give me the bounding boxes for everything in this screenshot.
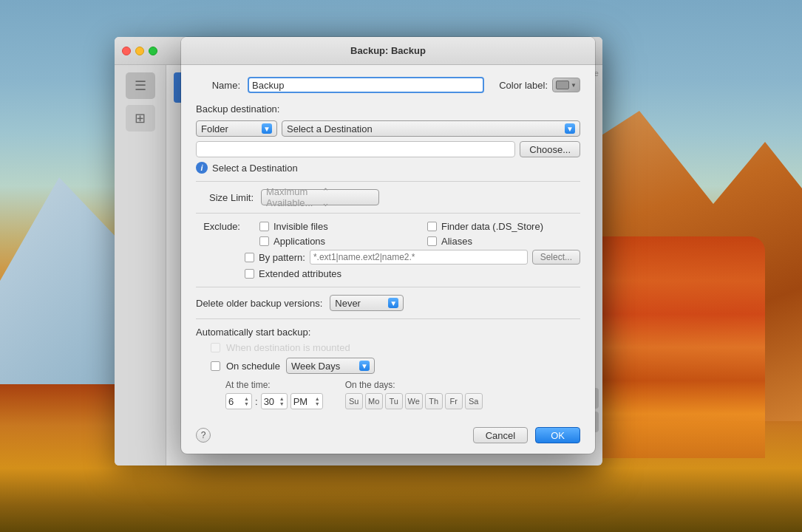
when-mounted-option: When destination is mounted (211, 342, 580, 353)
path-input[interactable] (196, 141, 515, 157)
size-limit-value: Maximum Available... (266, 186, 319, 208)
schedule-value: Week Days (291, 361, 356, 372)
close-btn-bg[interactable] (122, 47, 131, 55)
extended-attributes-row: Extended attributes (245, 268, 580, 279)
on-schedule-checkbox[interactable] (211, 361, 220, 371)
hour-arrows[interactable]: ▲▼ (244, 396, 249, 406)
schedule-dropdown[interactable]: Week Days ▼ (286, 358, 375, 374)
destination-row: Folder ▼ Select a Destination ▼ (196, 120, 580, 137)
day-su[interactable]: Su (345, 393, 363, 409)
aliases-checkbox[interactable] (427, 236, 437, 246)
path-row: Choose... (196, 141, 580, 157)
days-group: On the days: Su Mo Tu We Th Fr Sa (345, 380, 483, 409)
finder-checkbox[interactable] (427, 222, 437, 231)
minute-value: 30 (264, 396, 274, 407)
time-days-row: At the time: 6 ▲▼ : 30 ▲▼ (211, 380, 580, 409)
divider-3 (196, 287, 580, 287)
when-mounted-checkbox (211, 343, 220, 352)
exclude-checkbox-grid: Invisible files Finder data (.DS_Store) … (245, 221, 580, 247)
applications-checkbox[interactable] (259, 236, 269, 246)
divider-2 (196, 213, 580, 214)
bg-sidebar: ☰ ⊞ (115, 65, 166, 466)
sidebar-icon-list[interactable]: ☰ (126, 72, 155, 99)
on-schedule-label: On schedule (226, 361, 280, 372)
dialog-title: Backup: Backup (350, 45, 426, 56)
delete-older-row: Delete older backup versions: Never ▼ (196, 295, 580, 311)
dialog-body: Name: Color label: ▼ Backup destination:… (181, 65, 595, 420)
validation-text: Select a Destination (212, 163, 298, 174)
size-limit-label: Size Limit: (202, 192, 254, 203)
folder-select-arrow: ▼ (262, 123, 272, 134)
minute-spinner[interactable]: 30 ▲▼ (261, 393, 288, 409)
extended-attributes-checkbox[interactable] (245, 269, 254, 279)
hour-value: 6 (228, 396, 234, 407)
time-group: At the time: 6 ▲▼ : 30 ▲▼ (225, 380, 323, 409)
info-icon: i (196, 162, 208, 174)
days-buttons: Su Mo Tu We Th Fr Sa (345, 393, 483, 409)
day-fr[interactable]: Fr (445, 393, 463, 409)
info-icon-label: i (200, 163, 203, 172)
time-colon: : (255, 396, 258, 407)
when-mounted-label: When destination is mounted (226, 342, 350, 353)
folder-select[interactable]: Folder ▼ (196, 120, 277, 137)
day-th[interactable]: Th (425, 393, 443, 409)
day-we[interactable]: We (405, 393, 423, 409)
choose-button[interactable]: Choose... (520, 141, 580, 157)
dialog-footer: ? Cancel OK (181, 420, 595, 454)
time-inputs: 6 ▲▼ : 30 ▲▼ PM ▲▼ (225, 393, 323, 409)
pattern-checkbox[interactable] (245, 253, 254, 262)
exclude-finder-row: Finder data (.DS_Store) (427, 221, 580, 232)
day-tu[interactable]: Tu (385, 393, 403, 409)
help-icon: ? (201, 430, 206, 440)
minute-arrows[interactable]: ▲▼ (279, 396, 285, 406)
day-mo[interactable]: Mo (365, 393, 383, 409)
exclude-aliases-row: Aliases (427, 236, 580, 247)
size-dropdown-arrow: ⌃⌄ (322, 186, 374, 208)
finder-label: Finder data (.DS_Store) (441, 221, 543, 232)
ampm-arrows[interactable]: ▲▼ (315, 396, 320, 406)
sidebar-icon-grid[interactable]: ⊞ (126, 105, 155, 132)
on-days-label: On the days: (345, 380, 483, 390)
size-limit-dropdown[interactable]: Maximum Available... ⌃⌄ (261, 189, 379, 205)
select-files-button[interactable]: Select... (532, 250, 580, 265)
color-swatch (556, 81, 569, 89)
backup-destination-label: Backup destination: (196, 103, 580, 115)
delete-older-label: Delete older backup versions: (196, 298, 322, 309)
schedule-arrow: ▼ (359, 361, 370, 371)
name-input[interactable] (248, 77, 484, 93)
ok-button[interactable]: OK (535, 427, 580, 443)
exclude-label: Exclude: (196, 221, 240, 232)
delete-older-arrow: ▼ (388, 298, 398, 308)
by-pattern-label: By pattern: (259, 252, 305, 263)
delete-older-value: Never (335, 298, 385, 309)
size-limit-row: Size Limit: Maximum Available... ⌃⌄ (196, 189, 580, 205)
color-dropdown-arrow: ▼ (571, 82, 577, 89)
color-selector[interactable]: ▼ (552, 78, 580, 92)
aliases-label: Aliases (441, 236, 472, 247)
divider-4 (196, 318, 580, 319)
delete-older-dropdown[interactable]: Never ▼ (330, 295, 404, 311)
on-schedule-row: On schedule Week Days ▼ (211, 358, 580, 374)
maximize-btn-bg[interactable] (149, 47, 157, 55)
hour-spinner[interactable]: 6 ▲▼ (225, 393, 252, 409)
auto-start-label: Automatically start backup: (196, 327, 580, 338)
destination-arrow-icon: ▼ (565, 123, 575, 134)
help-button[interactable]: ? (196, 428, 211, 443)
pattern-input[interactable] (310, 250, 528, 265)
by-pattern-row: By pattern: Select... (245, 250, 580, 265)
applications-label: Applications (273, 236, 325, 247)
day-sa[interactable]: Sa (465, 393, 483, 409)
folder-select-label: Folder (201, 123, 259, 134)
invisible-checkbox[interactable] (259, 222, 269, 231)
invisible-label: Invisible files (273, 221, 328, 232)
validation-message-row: i Select a Destination (196, 162, 580, 174)
auto-start-options: When destination is mounted On schedule … (196, 342, 580, 409)
minimize-btn-bg[interactable] (135, 47, 144, 55)
backup-dialog: Backup: Backup Name: Color label: ▼ Back… (181, 37, 595, 454)
destination-select[interactable]: Select a Destination ▼ (282, 120, 580, 137)
ampm-selector[interactable]: PM ▲▼ (290, 393, 323, 409)
extended-attributes-label: Extended attributes (259, 268, 341, 279)
dialog-titlebar: Backup: Backup (181, 37, 595, 65)
exclude-section: Exclude: Invisible files Finder data (.D… (196, 221, 580, 279)
cancel-button[interactable]: Cancel (473, 427, 528, 443)
